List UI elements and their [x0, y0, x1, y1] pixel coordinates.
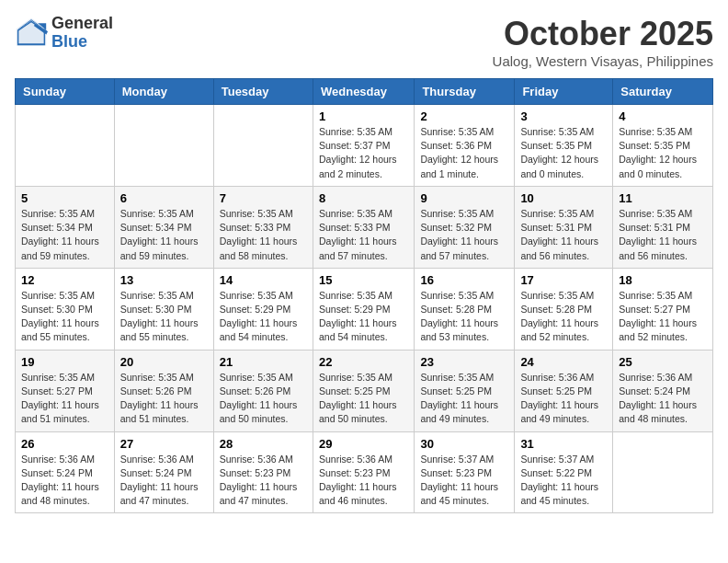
day-info: Sunrise: 5:35 AM Sunset: 5:34 PM Dayligh…: [120, 207, 208, 263]
calendar-cell: 22Sunrise: 5:35 AM Sunset: 5:25 PM Dayli…: [313, 350, 414, 431]
calendar-cell: 17Sunrise: 5:35 AM Sunset: 5:28 PM Dayli…: [515, 268, 613, 350]
page-header: General Blue October 2025 Ualog, Western…: [15, 15, 713, 69]
day-info: Sunrise: 5:35 AM Sunset: 5:30 PM Dayligh…: [120, 289, 208, 345]
calendar-cell: 30Sunrise: 5:37 AM Sunset: 5:23 PM Dayli…: [415, 431, 515, 513]
calendar-cell: 27Sunrise: 5:36 AM Sunset: 5:24 PM Dayli…: [114, 431, 213, 513]
day-info: Sunrise: 5:37 AM Sunset: 5:23 PM Dayligh…: [420, 453, 508, 509]
day-number: 21: [220, 355, 307, 369]
day-number: 20: [120, 355, 208, 369]
day-number: 29: [319, 437, 408, 451]
title-section: October 2025 Ualog, Western Visayas, Phi…: [493, 15, 713, 69]
day-info: Sunrise: 5:35 AM Sunset: 5:33 PM Dayligh…: [319, 207, 408, 263]
calendar-cell: 5Sunrise: 5:35 AM Sunset: 5:34 PM Daylig…: [16, 186, 115, 268]
day-number: 26: [21, 437, 108, 451]
day-info: Sunrise: 5:35 AM Sunset: 5:35 PM Dayligh…: [619, 125, 707, 181]
calendar-cell: 23Sunrise: 5:35 AM Sunset: 5:25 PM Dayli…: [415, 350, 515, 431]
day-number: 23: [420, 355, 508, 369]
calendar-cell: 14Sunrise: 5:35 AM Sunset: 5:29 PM Dayli…: [213, 268, 313, 350]
day-info: Sunrise: 5:36 AM Sunset: 5:23 PM Dayligh…: [220, 453, 307, 509]
day-number: 5: [21, 191, 108, 205]
day-info: Sunrise: 5:35 AM Sunset: 5:31 PM Dayligh…: [619, 207, 707, 263]
header-saturday: Saturday: [613, 79, 713, 105]
day-number: 13: [120, 273, 208, 287]
day-info: Sunrise: 5:35 AM Sunset: 5:29 PM Dayligh…: [319, 289, 408, 345]
day-info: Sunrise: 5:37 AM Sunset: 5:22 PM Dayligh…: [520, 453, 607, 509]
day-number: 8: [319, 191, 408, 205]
calendar-cell: 8Sunrise: 5:35 AM Sunset: 5:33 PM Daylig…: [313, 186, 414, 268]
day-number: 14: [220, 273, 307, 287]
calendar-week-5: 26Sunrise: 5:36 AM Sunset: 5:24 PM Dayli…: [16, 431, 713, 513]
calendar-cell: 16Sunrise: 5:35 AM Sunset: 5:28 PM Dayli…: [415, 268, 515, 350]
day-info: Sunrise: 5:35 AM Sunset: 5:27 PM Dayligh…: [619, 289, 707, 345]
day-number: 2: [420, 109, 508, 123]
header-monday: Monday: [114, 79, 213, 105]
header-tuesday: Tuesday: [213, 79, 313, 105]
day-info: Sunrise: 5:36 AM Sunset: 5:23 PM Dayligh…: [319, 453, 408, 509]
calendar-cell: 20Sunrise: 5:35 AM Sunset: 5:26 PM Dayli…: [114, 350, 213, 431]
logo-general: General: [51, 15, 113, 33]
day-number: 9: [420, 191, 508, 205]
day-info: Sunrise: 5:35 AM Sunset: 5:28 PM Dayligh…: [520, 289, 607, 345]
day-info: Sunrise: 5:36 AM Sunset: 5:25 PM Dayligh…: [520, 371, 607, 427]
calendar-cell: [114, 105, 213, 187]
day-info: Sunrise: 5:35 AM Sunset: 5:37 PM Dayligh…: [319, 125, 408, 181]
day-number: 24: [520, 355, 607, 369]
day-number: 27: [120, 437, 208, 451]
calendar-cell: 11Sunrise: 5:35 AM Sunset: 5:31 PM Dayli…: [613, 186, 713, 268]
day-number: 19: [21, 355, 108, 369]
day-info: Sunrise: 5:36 AM Sunset: 5:24 PM Dayligh…: [21, 453, 108, 509]
day-number: 30: [420, 437, 508, 451]
day-number: 15: [319, 273, 408, 287]
month-title: October 2025: [493, 15, 713, 53]
calendar-cell: 12Sunrise: 5:35 AM Sunset: 5:30 PM Dayli…: [16, 268, 115, 350]
day-number: 17: [520, 273, 607, 287]
location-title: Ualog, Western Visayas, Philippines: [493, 53, 713, 69]
calendar-week-3: 12Sunrise: 5:35 AM Sunset: 5:30 PM Dayli…: [16, 268, 713, 350]
calendar-cell: 25Sunrise: 5:36 AM Sunset: 5:24 PM Dayli…: [613, 350, 713, 431]
calendar-cell: 26Sunrise: 5:36 AM Sunset: 5:24 PM Dayli…: [16, 431, 115, 513]
day-number: 10: [520, 191, 607, 205]
day-info: Sunrise: 5:35 AM Sunset: 5:25 PM Dayligh…: [420, 371, 508, 427]
day-number: 1: [319, 109, 408, 123]
calendar-cell: 19Sunrise: 5:35 AM Sunset: 5:27 PM Dayli…: [16, 350, 115, 431]
day-number: 25: [619, 355, 707, 369]
calendar-cell: 6Sunrise: 5:35 AM Sunset: 5:34 PM Daylig…: [114, 186, 213, 268]
calendar-week-1: 1Sunrise: 5:35 AM Sunset: 5:37 PM Daylig…: [16, 105, 713, 187]
header-wednesday: Wednesday: [313, 79, 414, 105]
day-number: 18: [619, 273, 707, 287]
day-info: Sunrise: 5:35 AM Sunset: 5:26 PM Dayligh…: [220, 371, 307, 427]
day-number: 12: [21, 273, 108, 287]
day-info: Sunrise: 5:35 AM Sunset: 5:30 PM Dayligh…: [21, 289, 108, 345]
calendar-cell: 24Sunrise: 5:36 AM Sunset: 5:25 PM Dayli…: [515, 350, 613, 431]
header-thursday: Thursday: [415, 79, 515, 105]
day-number: 28: [220, 437, 307, 451]
day-info: Sunrise: 5:36 AM Sunset: 5:24 PM Dayligh…: [619, 371, 707, 427]
logo-icon: [15, 17, 48, 50]
day-info: Sunrise: 5:35 AM Sunset: 5:32 PM Dayligh…: [420, 207, 508, 263]
calendar-cell: 4Sunrise: 5:35 AM Sunset: 5:35 PM Daylig…: [613, 105, 713, 187]
day-info: Sunrise: 5:35 AM Sunset: 5:34 PM Dayligh…: [21, 207, 108, 263]
calendar-cell: 3Sunrise: 5:35 AM Sunset: 5:35 PM Daylig…: [515, 105, 613, 187]
calendar-cell: [16, 105, 115, 187]
day-info: Sunrise: 5:35 AM Sunset: 5:33 PM Dayligh…: [220, 207, 307, 263]
day-info: Sunrise: 5:35 AM Sunset: 5:26 PM Dayligh…: [120, 371, 208, 427]
calendar-cell: [613, 431, 713, 513]
calendar-cell: 18Sunrise: 5:35 AM Sunset: 5:27 PM Dayli…: [613, 268, 713, 350]
calendar-cell: 7Sunrise: 5:35 AM Sunset: 5:33 PM Daylig…: [213, 186, 313, 268]
calendar-week-2: 5Sunrise: 5:35 AM Sunset: 5:34 PM Daylig…: [16, 186, 713, 268]
day-number: 16: [420, 273, 508, 287]
calendar-header-row: SundayMondayTuesdayWednesdayThursdayFrid…: [16, 79, 713, 105]
calendar-cell: 1Sunrise: 5:35 AM Sunset: 5:37 PM Daylig…: [313, 105, 414, 187]
calendar-week-4: 19Sunrise: 5:35 AM Sunset: 5:27 PM Dayli…: [16, 350, 713, 431]
logo: General Blue: [15, 15, 113, 52]
calendar-cell: 28Sunrise: 5:36 AM Sunset: 5:23 PM Dayli…: [213, 431, 313, 513]
day-number: 22: [319, 355, 408, 369]
calendar-cell: 21Sunrise: 5:35 AM Sunset: 5:26 PM Dayli…: [213, 350, 313, 431]
calendar-cell: [213, 105, 313, 187]
day-number: 31: [520, 437, 607, 451]
day-info: Sunrise: 5:35 AM Sunset: 5:29 PM Dayligh…: [220, 289, 307, 345]
day-info: Sunrise: 5:35 AM Sunset: 5:31 PM Dayligh…: [520, 207, 607, 263]
day-info: Sunrise: 5:35 AM Sunset: 5:27 PM Dayligh…: [21, 371, 108, 427]
svg-marker-0: [17, 18, 46, 46]
logo-blue: Blue: [51, 33, 113, 52]
